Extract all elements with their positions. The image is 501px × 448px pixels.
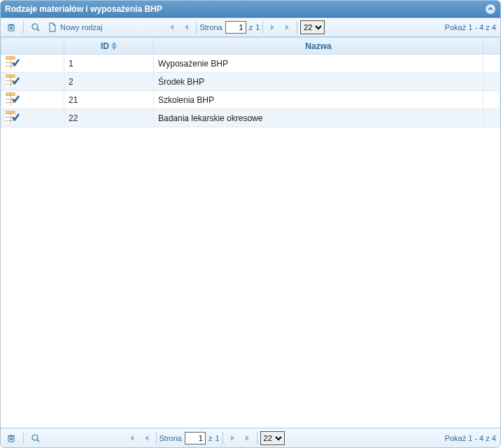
- svg-rect-11: [6, 77, 15, 78]
- rowcount-select[interactable]: 22: [300, 20, 325, 34]
- panel-header: Rodzaje materiałów i wyposażenia BHP: [1, 1, 500, 18]
- header-name-label: Nazwa: [305, 41, 331, 51]
- row-name-cell: Szkolenia BHP: [154, 91, 484, 109]
- svg-rect-7: [6, 66, 15, 66]
- separator: [23, 432, 24, 444]
- separator: [196, 21, 197, 34]
- pager-center: Strona z 1 22: [165, 20, 325, 34]
- row-name-cell: Wyposażenie BHP: [154, 55, 484, 73]
- pager-left-tools: [5, 432, 42, 444]
- prev-page-icon[interactable]: [141, 432, 153, 444]
- row-spacer-cell: [484, 55, 500, 73]
- delete-icon[interactable]: [5, 432, 17, 444]
- svg-rect-6: [6, 62, 15, 63]
- svg-rect-13: [6, 84, 15, 85]
- row-spacer-cell: [484, 73, 500, 91]
- search-icon[interactable]: [29, 21, 42, 34]
- header-row: ID Nazwa: [1, 38, 500, 55]
- svg-rect-5: [6, 59, 15, 59]
- svg-rect-24: [6, 117, 15, 118]
- page-total-prefix: z: [249, 23, 253, 31]
- row-name-cell: Środek BHP: [154, 73, 484, 91]
- row-id-cell: 22: [64, 109, 154, 127]
- row-action-cell: [1, 73, 64, 91]
- separator: [156, 432, 157, 444]
- pager-info: Pokaż 1 - 4 z 4: [445, 434, 496, 442]
- pager-center: Strona z 1 22: [125, 431, 285, 445]
- last-page-icon[interactable]: [241, 432, 254, 444]
- new-record-button[interactable]: Nowy rodzaj: [48, 22, 103, 32]
- grid-wrap: ID Nazwa 1Wyposażenie BHP2Środek BHP21: [1, 37, 500, 428]
- row-action-cell: [1, 109, 64, 127]
- search-icon[interactable]: [29, 432, 42, 444]
- header-name[interactable]: Nazwa: [154, 38, 484, 55]
- sort-indicator-icon: [111, 42, 117, 50]
- panel: Rodzaje materiałów i wyposażenia BHP: [0, 0, 501, 448]
- separator: [257, 432, 257, 444]
- page-input[interactable]: [225, 21, 246, 34]
- svg-rect-17: [6, 95, 15, 96]
- header-spacer: [484, 38, 500, 55]
- page-total: 1: [215, 434, 219, 442]
- new-record-label: Nowy rodzaj: [60, 23, 103, 31]
- row-id-cell: 1: [64, 55, 154, 73]
- svg-rect-12: [6, 80, 15, 81]
- page-prefix-label: Strona: [199, 23, 222, 31]
- header-id-label: ID: [101, 41, 109, 51]
- next-page-icon[interactable]: [266, 21, 278, 34]
- row-id-cell: 2: [64, 73, 154, 91]
- separator: [297, 21, 297, 34]
- separator: [223, 432, 223, 444]
- select-row-icon[interactable]: [6, 92, 20, 105]
- row-name-cell: Badania lekarskie okresowe: [154, 109, 484, 127]
- delete-icon[interactable]: [5, 21, 17, 34]
- first-page-icon[interactable]: [165, 21, 178, 34]
- row-action-cell: [1, 55, 64, 73]
- panel-title: Rodzaje materiałów i wyposażenia BHP: [5, 4, 162, 14]
- select-row-icon[interactable]: [6, 74, 20, 87]
- select-row-icon[interactable]: [6, 56, 20, 69]
- pager-info: Pokaż 1 - 4 z 4: [445, 23, 496, 31]
- pager-left-tools: Nowy rodzaj: [5, 21, 103, 34]
- svg-point-1: [32, 24, 38, 29]
- table-row[interactable]: 21Szkolenia BHP: [1, 91, 500, 109]
- svg-rect-25: [6, 120, 15, 121]
- separator: [262, 21, 263, 34]
- row-spacer-cell: [484, 91, 500, 109]
- prev-page-icon[interactable]: [181, 21, 193, 34]
- rowcount-select[interactable]: 22: [260, 431, 285, 445]
- next-page-icon[interactable]: [226, 432, 239, 444]
- page-total: 1: [255, 23, 260, 31]
- svg-rect-19: [6, 102, 15, 103]
- page-prefix-label: Strona: [160, 434, 182, 442]
- table-row[interactable]: 22Badania lekarskie okresowe: [1, 109, 500, 127]
- svg-point-27: [32, 435, 38, 440]
- header-action: [1, 38, 64, 55]
- table-row[interactable]: 1Wyposażenie BHP: [1, 55, 500, 73]
- pager-bottom: Strona z 1 22 Pokaż 1 - 4 z 4: [1, 428, 500, 447]
- pager-top: Nowy rodzaj Strona z 1 22: [1, 18, 500, 37]
- page-total-prefix: z: [209, 434, 213, 442]
- svg-rect-23: [6, 113, 15, 114]
- header-id[interactable]: ID: [64, 38, 154, 55]
- row-spacer-cell: [484, 109, 500, 127]
- row-action-cell: [1, 91, 64, 109]
- table-row[interactable]: 2Środek BHP: [1, 73, 500, 91]
- data-grid: ID Nazwa 1Wyposażenie BHP2Środek BHP21: [1, 37, 500, 127]
- row-id-cell: 21: [64, 91, 154, 109]
- first-page-icon[interactable]: [125, 432, 138, 444]
- collapse-icon[interactable]: [485, 4, 496, 15]
- select-row-icon[interactable]: [6, 111, 20, 123]
- page-input[interactable]: [185, 432, 206, 444]
- separator: [23, 21, 24, 34]
- svg-rect-18: [6, 99, 15, 99]
- last-page-icon[interactable]: [281, 21, 294, 34]
